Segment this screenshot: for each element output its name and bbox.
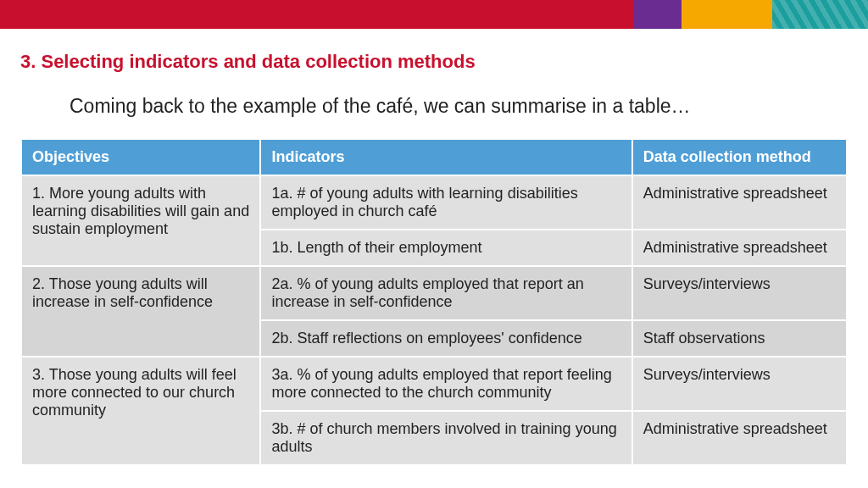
band-purple [634,0,682,29]
band-teal [772,0,868,29]
band-orange [682,0,773,29]
cell-indicator: 1b. Length of their employment [260,230,632,266]
cell-indicator: 2a. % of young adults employed that repo… [260,266,632,320]
col-objectives: Objectives [21,139,260,175]
intro-text: Coming back to the example of the café, … [70,95,848,118]
table-header-row: Objectives Indicators Data collection me… [21,139,847,175]
cell-method: Administrative spreadsheet [632,230,847,266]
table-row: 1. More young adults with learning disab… [21,175,847,230]
table-row: 3. Those young adults will feel more con… [21,357,847,411]
decorative-top-band [0,0,868,29]
cell-indicator: 3a. % of young adults employed that repo… [260,357,632,411]
col-indicators: Indicators [260,139,632,175]
cell-indicator: 1a. # of young adults with learning disa… [260,175,632,230]
cell-objective: 2. Those young adults will increase in s… [21,266,260,357]
cell-method: Administrative spreadsheet [632,175,847,230]
cell-method: Staff observations [632,320,847,357]
slide-content: 3. Selecting indicators and data collect… [0,29,868,466]
section-heading: 3. Selecting indicators and data collect… [20,51,848,73]
cell-method: Surveys/interviews [632,266,847,320]
cell-objective: 3. Those young adults will feel more con… [21,357,260,465]
col-method: Data collection method [632,139,847,175]
band-red [0,0,634,29]
cell-method: Surveys/interviews [632,357,847,411]
cell-indicator: 2b. Staff reflections on employees' conf… [260,320,632,357]
indicators-table: Objectives Indicators Data collection me… [20,138,848,466]
cell-objective: 1. More young adults with learning disab… [21,175,260,266]
table-row: 2. Those young adults will increase in s… [21,266,847,320]
cell-indicator: 3b. # of church members involved in trai… [260,411,632,465]
cell-method: Administrative spreadsheet [632,411,847,465]
